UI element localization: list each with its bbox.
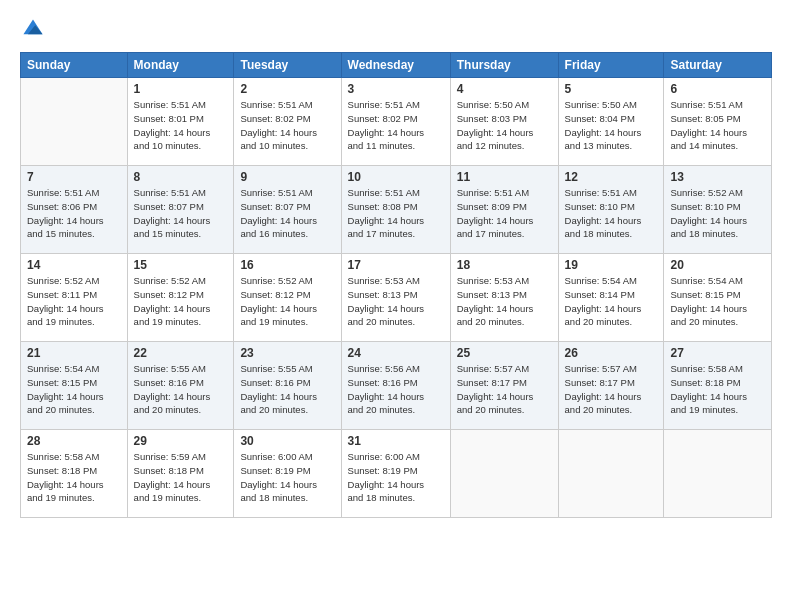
day-number: 26: [565, 346, 658, 360]
day-info: Sunrise: 5:51 AM Sunset: 8:01 PM Dayligh…: [134, 98, 228, 153]
calendar-cell: 28Sunrise: 5:58 AM Sunset: 8:18 PM Dayli…: [21, 430, 128, 518]
calendar-cell: 24Sunrise: 5:56 AM Sunset: 8:16 PM Dayli…: [341, 342, 450, 430]
day-info: Sunrise: 5:55 AM Sunset: 8:16 PM Dayligh…: [240, 362, 334, 417]
day-number: 3: [348, 82, 444, 96]
calendar-cell: 13Sunrise: 5:52 AM Sunset: 8:10 PM Dayli…: [664, 166, 772, 254]
day-info: Sunrise: 5:51 AM Sunset: 8:06 PM Dayligh…: [27, 186, 121, 241]
day-number: 16: [240, 258, 334, 272]
calendar-cell: 22Sunrise: 5:55 AM Sunset: 8:16 PM Dayli…: [127, 342, 234, 430]
day-info: Sunrise: 5:55 AM Sunset: 8:16 PM Dayligh…: [134, 362, 228, 417]
day-number: 1: [134, 82, 228, 96]
weekday-header: Friday: [558, 53, 664, 78]
calendar-cell: 4Sunrise: 5:50 AM Sunset: 8:03 PM Daylig…: [450, 78, 558, 166]
day-info: Sunrise: 5:51 AM Sunset: 8:07 PM Dayligh…: [134, 186, 228, 241]
calendar-cell: 16Sunrise: 5:52 AM Sunset: 8:12 PM Dayli…: [234, 254, 341, 342]
day-info: Sunrise: 5:51 AM Sunset: 8:02 PM Dayligh…: [240, 98, 334, 153]
day-info: Sunrise: 5:54 AM Sunset: 8:15 PM Dayligh…: [27, 362, 121, 417]
calendar-cell: 21Sunrise: 5:54 AM Sunset: 8:15 PM Dayli…: [21, 342, 128, 430]
calendar-cell: 14Sunrise: 5:52 AM Sunset: 8:11 PM Dayli…: [21, 254, 128, 342]
calendar-cell: 31Sunrise: 6:00 AM Sunset: 8:19 PM Dayli…: [341, 430, 450, 518]
calendar-week-row: 14Sunrise: 5:52 AM Sunset: 8:11 PM Dayli…: [21, 254, 772, 342]
calendar-cell: 29Sunrise: 5:59 AM Sunset: 8:18 PM Dayli…: [127, 430, 234, 518]
day-number: 10: [348, 170, 444, 184]
calendar-cell: [450, 430, 558, 518]
day-number: 23: [240, 346, 334, 360]
calendar-table: SundayMondayTuesdayWednesdayThursdayFrid…: [20, 52, 772, 518]
calendar-cell: 18Sunrise: 5:53 AM Sunset: 8:13 PM Dayli…: [450, 254, 558, 342]
weekday-header: Tuesday: [234, 53, 341, 78]
day-info: Sunrise: 5:52 AM Sunset: 8:12 PM Dayligh…: [240, 274, 334, 329]
page: SundayMondayTuesdayWednesdayThursdayFrid…: [0, 0, 792, 612]
day-number: 25: [457, 346, 552, 360]
calendar-week-row: 7Sunrise: 5:51 AM Sunset: 8:06 PM Daylig…: [21, 166, 772, 254]
day-info: Sunrise: 5:57 AM Sunset: 8:17 PM Dayligh…: [457, 362, 552, 417]
header: [20, 18, 772, 44]
calendar-cell: 20Sunrise: 5:54 AM Sunset: 8:15 PM Dayli…: [664, 254, 772, 342]
day-info: Sunrise: 5:52 AM Sunset: 8:11 PM Dayligh…: [27, 274, 121, 329]
day-info: Sunrise: 5:59 AM Sunset: 8:18 PM Dayligh…: [134, 450, 228, 505]
day-number: 19: [565, 258, 658, 272]
day-info: Sunrise: 5:58 AM Sunset: 8:18 PM Dayligh…: [670, 362, 765, 417]
calendar-cell: 30Sunrise: 6:00 AM Sunset: 8:19 PM Dayli…: [234, 430, 341, 518]
calendar-cell: 1Sunrise: 5:51 AM Sunset: 8:01 PM Daylig…: [127, 78, 234, 166]
day-info: Sunrise: 5:52 AM Sunset: 8:10 PM Dayligh…: [670, 186, 765, 241]
day-info: Sunrise: 5:58 AM Sunset: 8:18 PM Dayligh…: [27, 450, 121, 505]
weekday-header: Monday: [127, 53, 234, 78]
day-info: Sunrise: 6:00 AM Sunset: 8:19 PM Dayligh…: [240, 450, 334, 505]
calendar-cell: 23Sunrise: 5:55 AM Sunset: 8:16 PM Dayli…: [234, 342, 341, 430]
day-info: Sunrise: 5:51 AM Sunset: 8:10 PM Dayligh…: [565, 186, 658, 241]
day-number: 21: [27, 346, 121, 360]
day-info: Sunrise: 5:57 AM Sunset: 8:17 PM Dayligh…: [565, 362, 658, 417]
day-number: 8: [134, 170, 228, 184]
calendar-cell: 3Sunrise: 5:51 AM Sunset: 8:02 PM Daylig…: [341, 78, 450, 166]
calendar-cell: 9Sunrise: 5:51 AM Sunset: 8:07 PM Daylig…: [234, 166, 341, 254]
day-info: Sunrise: 5:51 AM Sunset: 8:07 PM Dayligh…: [240, 186, 334, 241]
calendar-cell: 17Sunrise: 5:53 AM Sunset: 8:13 PM Dayli…: [341, 254, 450, 342]
day-info: Sunrise: 6:00 AM Sunset: 8:19 PM Dayligh…: [348, 450, 444, 505]
day-number: 7: [27, 170, 121, 184]
day-number: 15: [134, 258, 228, 272]
day-number: 2: [240, 82, 334, 96]
day-info: Sunrise: 5:52 AM Sunset: 8:12 PM Dayligh…: [134, 274, 228, 329]
day-number: 17: [348, 258, 444, 272]
day-info: Sunrise: 5:54 AM Sunset: 8:15 PM Dayligh…: [670, 274, 765, 329]
day-info: Sunrise: 5:51 AM Sunset: 8:02 PM Dayligh…: [348, 98, 444, 153]
logo: [20, 18, 46, 44]
day-number: 4: [457, 82, 552, 96]
day-number: 13: [670, 170, 765, 184]
calendar-cell: 27Sunrise: 5:58 AM Sunset: 8:18 PM Dayli…: [664, 342, 772, 430]
day-info: Sunrise: 5:53 AM Sunset: 8:13 PM Dayligh…: [348, 274, 444, 329]
calendar-cell: 15Sunrise: 5:52 AM Sunset: 8:12 PM Dayli…: [127, 254, 234, 342]
calendar-cell: [664, 430, 772, 518]
day-number: 12: [565, 170, 658, 184]
calendar-week-row: 21Sunrise: 5:54 AM Sunset: 8:15 PM Dayli…: [21, 342, 772, 430]
calendar-cell: 8Sunrise: 5:51 AM Sunset: 8:07 PM Daylig…: [127, 166, 234, 254]
calendar-cell: 7Sunrise: 5:51 AM Sunset: 8:06 PM Daylig…: [21, 166, 128, 254]
weekday-header: Saturday: [664, 53, 772, 78]
calendar-cell: 2Sunrise: 5:51 AM Sunset: 8:02 PM Daylig…: [234, 78, 341, 166]
calendar-cell: 10Sunrise: 5:51 AM Sunset: 8:08 PM Dayli…: [341, 166, 450, 254]
day-number: 29: [134, 434, 228, 448]
day-number: 18: [457, 258, 552, 272]
calendar-header-row: SundayMondayTuesdayWednesdayThursdayFrid…: [21, 53, 772, 78]
weekday-header: Wednesday: [341, 53, 450, 78]
day-number: 22: [134, 346, 228, 360]
day-info: Sunrise: 5:53 AM Sunset: 8:13 PM Dayligh…: [457, 274, 552, 329]
day-number: 30: [240, 434, 334, 448]
calendar-cell: [558, 430, 664, 518]
day-number: 9: [240, 170, 334, 184]
day-number: 27: [670, 346, 765, 360]
weekday-header: Thursday: [450, 53, 558, 78]
logo-icon: [22, 18, 44, 40]
day-number: 6: [670, 82, 765, 96]
day-info: Sunrise: 5:54 AM Sunset: 8:14 PM Dayligh…: [565, 274, 658, 329]
day-number: 14: [27, 258, 121, 272]
calendar-cell: [21, 78, 128, 166]
calendar-cell: 26Sunrise: 5:57 AM Sunset: 8:17 PM Dayli…: [558, 342, 664, 430]
day-number: 5: [565, 82, 658, 96]
calendar-cell: 5Sunrise: 5:50 AM Sunset: 8:04 PM Daylig…: [558, 78, 664, 166]
day-info: Sunrise: 5:56 AM Sunset: 8:16 PM Dayligh…: [348, 362, 444, 417]
calendar-cell: 6Sunrise: 5:51 AM Sunset: 8:05 PM Daylig…: [664, 78, 772, 166]
day-number: 28: [27, 434, 121, 448]
day-number: 31: [348, 434, 444, 448]
